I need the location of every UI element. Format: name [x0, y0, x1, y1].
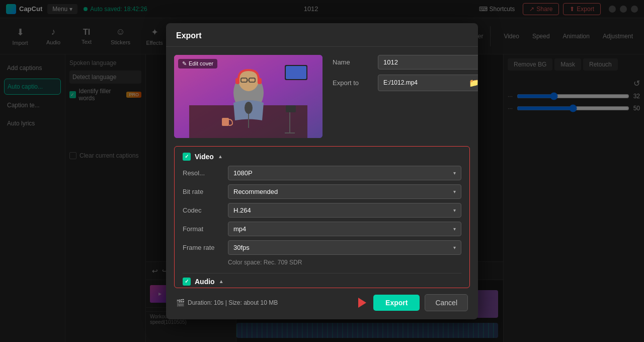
format-value: mp4 [233, 225, 246, 233]
duration-info: 🎬 Duration: 10s | Size: about 10 MB [176, 299, 278, 307]
folder-icon[interactable]: 📁 [464, 75, 478, 91]
export-to-label: Export to [333, 79, 373, 87]
resolution-select[interactable]: 1080P ▾ [228, 166, 461, 180]
bitrate-select[interactable]: Recommended ▾ [228, 184, 461, 199]
preview-image: ✎ Edit cover [174, 55, 323, 138]
edit-cover-button[interactable]: ✎ Edit cover [178, 59, 217, 69]
audio-title: Audio [195, 278, 215, 286]
dialog-footer: 🎬 Duration: 10s | Size: about 10 MB Expo… [166, 288, 478, 319]
svg-rect-14 [286, 105, 296, 112]
framerate-chevron-icon: ▾ [453, 245, 456, 250]
codec-select[interactable]: H.264 ▾ [228, 203, 461, 218]
settings-box: ✓ Video ▲ Resol... 1080P ▾ Bit rate [174, 146, 470, 288]
video-title: Video [195, 153, 214, 161]
bitrate-label: Bit rate [183, 188, 223, 195]
duration-text: Duration: 10s | Size: about 10 MB [188, 299, 278, 306]
video-section: ✓ Video ▲ Resol... 1080P ▾ Bit rate [183, 153, 461, 266]
resolution-value: 1080P [233, 169, 253, 177]
svg-rect-16 [286, 66, 306, 79]
export-to-row: Export to 📁 [333, 75, 478, 91]
export-path-field[interactable] [378, 76, 464, 89]
video-collapse-icon[interactable]: ▲ [218, 154, 223, 159]
edit-icon: ✎ [182, 60, 187, 67]
settings-inner: ✓ Video ▲ Resol... 1080P ▾ Bit rate [175, 147, 469, 288]
codec-label: Codec [183, 207, 223, 214]
framerate-select[interactable]: 30fps ▾ [228, 240, 461, 255]
bitrate-chevron-icon: ▾ [453, 189, 456, 194]
film-icon: 🎬 [176, 299, 185, 307]
codec-chevron-icon: ▾ [453, 208, 456, 213]
framerate-label: Frame rate [183, 244, 223, 251]
section-divider [183, 273, 461, 273]
bitrate-value: Recommended [233, 188, 278, 195]
audio-check-icon: ✓ [183, 278, 191, 286]
dialog-body: ✎ Edit cover Name Export to 📁 [166, 47, 478, 146]
footer-buttons: Export Cancel [373, 294, 468, 311]
svg-point-11 [245, 102, 253, 114]
export-confirm-button[interactable]: Export [373, 295, 420, 311]
dialog-overlay: Export [0, 0, 644, 342]
cancel-button[interactable]: Cancel [425, 294, 468, 311]
codec-row: Codec H.264 ▾ [183, 203, 461, 218]
resolution-label: Resol... [183, 169, 223, 177]
format-label: Format [183, 225, 223, 233]
dialog-form: Name Export to 📁 [323, 55, 478, 138]
svg-rect-9 [258, 78, 262, 84]
format-select[interactable]: mp4 ▾ [228, 222, 461, 236]
resolution-chevron-icon: ▾ [453, 170, 456, 176]
framerate-value: 30fps [233, 244, 250, 251]
video-check-icon: ✓ [183, 153, 191, 161]
svg-rect-17 [222, 118, 229, 126]
export-path-input: 📁 [378, 75, 478, 91]
resolution-row: Resol... 1080P ▾ [183, 166, 461, 180]
preview-section: ✎ Edit cover [174, 55, 323, 138]
color-space-text: Color space: Rec. 709 SDR [183, 259, 461, 266]
dialog-header: Export [166, 23, 478, 47]
name-row: Name [333, 55, 478, 70]
framerate-row: Frame rate 30fps ▾ [183, 240, 461, 255]
name-label: Name [333, 58, 373, 66]
audio-section-title: ✓ Audio ▲ [183, 278, 461, 286]
svg-rect-8 [235, 78, 239, 84]
name-input[interactable] [378, 55, 478, 70]
video-section-title: ✓ Video ▲ [183, 153, 461, 161]
format-row: Format mp4 ▾ [183, 222, 461, 236]
audio-section: ✓ Audio ▲ Format MP3 ▾ [183, 278, 461, 288]
export-dialog: Export [166, 23, 478, 319]
dialog-title: Export [176, 31, 202, 40]
codec-value: H.264 [233, 207, 251, 214]
audio-collapse-icon[interactable]: ▲ [219, 279, 224, 284]
edit-cover-label: Edit cover [189, 60, 213, 66]
bitrate-row: Bit rate Recommended ▾ [183, 184, 461, 199]
format-chevron-icon: ▾ [453, 226, 456, 232]
